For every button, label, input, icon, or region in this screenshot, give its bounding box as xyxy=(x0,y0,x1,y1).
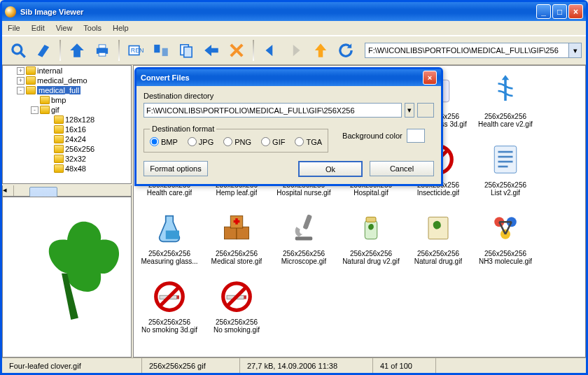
svg-text:REN: REN xyxy=(131,47,144,54)
preview-pane xyxy=(2,197,132,358)
svg-rect-47 xyxy=(162,48,168,56)
tree-node[interactable]: +medical_demo xyxy=(3,76,131,85)
thumbnail-item[interactable]: 256x256x256No smoking.gif xyxy=(204,275,269,341)
menu-edit[interactable]: Edit xyxy=(30,22,46,34)
tree-node[interactable]: 16x16 xyxy=(3,125,131,134)
address-dropdown-icon[interactable]: ▾ xyxy=(569,43,582,58)
tree-label: internal xyxy=(37,66,62,75)
scan-icon[interactable] xyxy=(31,38,55,62)
thumbnail-item[interactable]: 256x256x256Microscope.gif xyxy=(272,206,336,272)
bgcolor-swatch[interactable] xyxy=(407,129,425,143)
copy-icon[interactable] xyxy=(174,38,198,62)
tree-node[interactable]: 24x24 xyxy=(3,134,131,144)
thumbnail-dims: 256x256x256 xyxy=(417,250,459,257)
thumbnail-icon xyxy=(279,206,329,250)
dialog-close-icon[interactable]: × xyxy=(423,71,437,85)
refresh-icon[interactable] xyxy=(334,38,358,62)
status-size: 27,7 kB, 14.09.2006 11:38 xyxy=(240,358,373,373)
thumbnail-name: Hospital.gif xyxy=(354,189,388,197)
delete-icon[interactable] xyxy=(225,38,248,62)
minimize-button[interactable]: _ xyxy=(536,4,551,19)
thumbnail-dims: 256x256x256 xyxy=(216,318,258,326)
svg-point-39 xyxy=(13,45,22,54)
tree-node[interactable]: bmp xyxy=(3,95,131,105)
thumbnail-item[interactable]: 256x256x256No smoking 3d.gif xyxy=(137,275,202,341)
thumbnail-dims: 256x256x256 xyxy=(216,250,258,257)
menu-view[interactable]: View xyxy=(55,22,74,34)
status-dims: 256x256x256 gif xyxy=(142,358,240,373)
dest-input[interactable] xyxy=(144,103,402,118)
thumbnail-item[interactable]: 256x256x256Medical store.gif xyxy=(204,206,269,272)
folder-tree[interactable]: +internal+medical_demo-medical_fullbmp-g… xyxy=(2,65,132,184)
tree-node[interactable]: 128x128 xyxy=(3,115,131,125)
print-icon[interactable] xyxy=(90,38,114,62)
thumbnail-dims: 256x256x256 xyxy=(484,113,526,120)
move-icon[interactable] xyxy=(200,38,223,62)
tree-node[interactable]: 32x32 xyxy=(3,154,131,164)
tree-node[interactable]: 48x48 xyxy=(3,164,131,174)
thumbnail-item[interactable]: 256x256x256Natural drug.gif xyxy=(406,206,470,272)
format-radio-bmp[interactable]: BMP xyxy=(150,137,178,146)
folder-icon xyxy=(54,155,64,163)
browse-folder-icon[interactable] xyxy=(417,103,434,118)
tree-label: 48x48 xyxy=(65,164,86,173)
cancel-button[interactable]: Cancel xyxy=(370,161,434,176)
thumbnail-item[interactable]: 256x256x256Measuring glass... xyxy=(137,206,202,272)
tree-label: 32x32 xyxy=(65,155,86,163)
thumbnail-icon xyxy=(480,206,531,250)
folder-icon xyxy=(26,86,36,94)
thumbnail-item[interactable]: 256x256x256Natural drug v2.gif xyxy=(339,206,403,272)
tree-scrollbar[interactable]: ◂ xyxy=(2,185,132,197)
back-icon[interactable] xyxy=(258,38,282,62)
close-button[interactable]: × xyxy=(568,4,583,19)
maximize-button[interactable]: □ xyxy=(552,4,567,19)
thumbnail-name: Hospital nurse.gif xyxy=(276,189,330,197)
up-icon[interactable] xyxy=(309,38,332,62)
format-radio-jpg[interactable]: JPG xyxy=(188,137,214,146)
thumbnail-item[interactable]: 256x256x256NH3 molecule.gif xyxy=(473,206,538,272)
folder-icon xyxy=(54,125,64,134)
format-options-button[interactable]: Format options xyxy=(144,161,208,176)
format-radio-tga[interactable]: TGA xyxy=(295,137,322,146)
convert-icon[interactable] xyxy=(149,38,173,62)
thumbnail-icon xyxy=(346,206,396,250)
app-icon xyxy=(5,6,16,17)
bgcolor-label: Background color xyxy=(342,132,402,140)
thumbnail-icon xyxy=(480,69,531,113)
thumbnail-dims: 256x256x256 xyxy=(148,250,190,257)
svg-rect-43 xyxy=(99,52,106,56)
tree-node[interactable]: -gif xyxy=(3,105,131,115)
thumbnail-name: Natural drug v2.gif xyxy=(342,257,400,265)
tree-node[interactable]: -medical_full xyxy=(3,85,131,95)
dest-label: Destination directory xyxy=(144,92,434,100)
tree-label: 256x256 xyxy=(65,145,94,153)
ok-button[interactable]: Ok xyxy=(298,161,363,177)
thumbnail-item[interactable]: 256x256x256Health care v2.gif xyxy=(473,69,538,135)
rename-icon[interactable]: REN xyxy=(124,38,148,62)
thumbnail-item[interactable]: 256x256x256List v2.gif xyxy=(473,138,538,204)
thumbnail-name: List v2.gif xyxy=(491,189,520,197)
search-icon[interactable] xyxy=(6,38,30,62)
menu-bar: File Edit View Tools Help xyxy=(2,21,586,36)
tree-label: medical_full xyxy=(37,86,80,94)
thumbnail-dims: 256x256x256 xyxy=(350,250,392,257)
forward-icon[interactable] xyxy=(284,38,307,62)
tree-label: bmp xyxy=(51,96,66,104)
format-radio-gif[interactable]: GIF xyxy=(261,137,285,146)
tree-node[interactable]: 256x256 xyxy=(3,144,131,154)
menu-file[interactable]: File xyxy=(6,22,22,34)
thumbnail-name: Hemp leaf.gif xyxy=(216,189,258,197)
window-title: Sib Image Viewer xyxy=(20,8,536,16)
thumbnail-name: No smoking 3d.gif xyxy=(141,326,197,334)
menu-help[interactable]: Help xyxy=(111,22,130,34)
thumbnail-name: Medical store.gif xyxy=(211,257,262,265)
thumbnail-dims: 256x256x256 xyxy=(484,181,526,189)
tree-node[interactable]: +internal xyxy=(3,66,131,76)
address-input[interactable] xyxy=(365,43,569,58)
menu-tools[interactable]: Tools xyxy=(82,22,103,34)
thumbnail-name: Health care.gif xyxy=(147,189,192,197)
folder-icon xyxy=(54,115,64,124)
dest-dropdown-icon[interactable]: ▾ xyxy=(405,103,414,118)
format-radio-png[interactable]: PNG xyxy=(223,137,251,146)
save-icon[interactable] xyxy=(65,38,89,62)
